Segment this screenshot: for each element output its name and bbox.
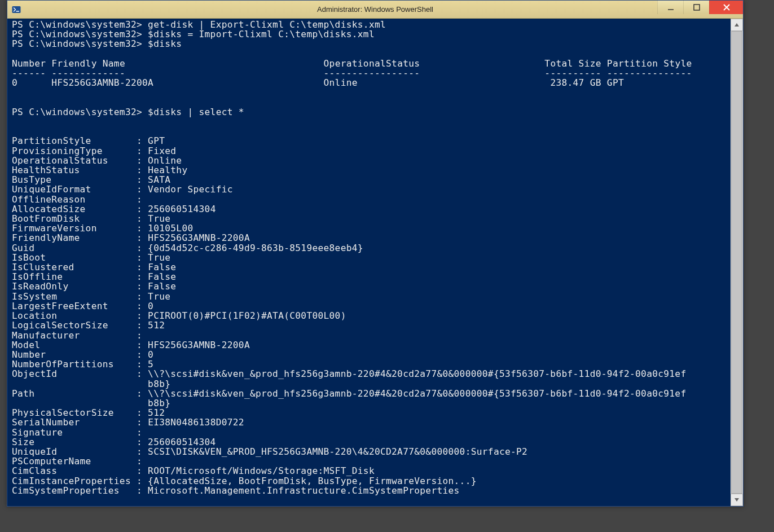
- property-line: CimClass : ROOT/Microsoft/Windows/Storag…: [12, 465, 375, 476]
- prompt-line: PS C:\windows\system32> $disks: [12, 38, 182, 49]
- svg-rect-2: [694, 5, 700, 10]
- property-line: BusType : SATA: [12, 174, 170, 185]
- property-line: Size : 256060514304: [12, 437, 216, 447]
- property-line: Location : PCIROOT(0)#PCI(1F02)#ATA(C00T…: [12, 310, 346, 321]
- property-line: IsReadOnly : False: [12, 281, 176, 292]
- prompt-line: PS C:\windows\system32> $disks = Import-…: [12, 29, 375, 39]
- table-dashes: ------ ------------- ----------------- -…: [12, 68, 692, 78]
- vertical-scrollbar[interactable]: [731, 19, 743, 506]
- powershell-icon: [7, 1, 25, 19]
- property-line: Number : 0: [12, 349, 153, 360]
- property-line: FirmwareVersion : 10105L00: [12, 223, 193, 234]
- property-line-continuation: b8b}: [12, 398, 170, 408]
- table-row: 0 HFS256G3AMNB-2200A Online 238.47 GB GP…: [12, 77, 624, 88]
- property-line: ProvisioningType : Fixed: [12, 146, 176, 156]
- property-line: CimInstanceProperties : {AllocatedSize, …: [12, 476, 477, 486]
- scroll-up-button[interactable]: [731, 19, 743, 31]
- prompt-line: PS C:\windows\system32> get-disk | Expor…: [12, 19, 386, 30]
- window-controls: [657, 1, 743, 18]
- property-line: SerialNumber : EI38N0486138D0722: [12, 417, 244, 428]
- property-line: IsSystem : True: [12, 291, 170, 302]
- property-line: IsBoot : True: [12, 252, 170, 263]
- titlebar[interactable]: Administrator: Windows PowerShell: [7, 1, 743, 19]
- scrollbar-track[interactable]: [731, 31, 743, 494]
- property-line: BootFromDisk : True: [12, 213, 170, 224]
- property-line: PhysicalSectorSize : 512: [12, 407, 165, 418]
- property-line: IsOffline : False: [12, 271, 176, 282]
- property-line: PartitionStyle : GPT: [12, 135, 165, 146]
- maximize-button[interactable]: [683, 1, 709, 14]
- property-line: Manufacturer :: [12, 330, 142, 341]
- property-line: PSComputerName :: [12, 456, 142, 467]
- window-title: Administrator: Windows PowerShell: [317, 5, 433, 14]
- property-line: CimSystemProperties : Microsoft.Manageme…: [12, 485, 460, 496]
- svg-rect-0: [12, 6, 21, 13]
- powershell-window: Administrator: Windows PowerShell PS C:\…: [7, 0, 744, 507]
- property-line: OfflineReason :: [12, 194, 142, 205]
- property-line: AllocatedSize : 256060514304: [12, 204, 216, 214]
- property-line: NumberOfPartitions : 5: [12, 359, 153, 370]
- property-line: Model : HFS256G3AMNB-2200A: [12, 340, 250, 350]
- property-line: LargestFreeExtent : 0: [12, 301, 153, 311]
- property-line: UniqueIdFormat : Vendor Specific: [12, 184, 233, 195]
- scroll-down-button[interactable]: [731, 494, 743, 506]
- property-line: FriendlyName : HFS256G3AMNB-2200A: [12, 232, 250, 243]
- minimize-button[interactable]: [657, 1, 683, 14]
- property-line: LogicalSectorSize : 512: [12, 320, 165, 331]
- property-line: HealthStatus : Healthy: [12, 165, 187, 175]
- scrollbar-thumb[interactable]: [731, 31, 742, 494]
- prompt-line: PS C:\windows\system32> $disks | select …: [12, 107, 244, 117]
- property-line: Signature :: [12, 427, 142, 438]
- property-line: Path : \\?\scsi#disk&ven_&prod_hfs256g3a…: [12, 388, 686, 399]
- console-area: PS C:\windows\system32> get-disk | Expor…: [7, 19, 743, 506]
- property-line: IsClustered : False: [12, 262, 176, 272]
- close-button[interactable]: [709, 1, 743, 14]
- property-line-continuation: b8b}: [12, 379, 170, 389]
- property-line: Guid : {0d54d52c-c286-49d9-863b-8519eee8…: [12, 243, 363, 253]
- property-line: UniqueId : SCSI\DISK&VEN_&PROD_HFS256G3A…: [12, 446, 527, 457]
- console-output[interactable]: PS C:\windows\system32> get-disk | Expor…: [7, 19, 731, 506]
- table-header: Number Friendly Name OperationalStatus T…: [12, 58, 692, 69]
- property-line: ObjectId : \\?\scsi#disk&ven_&prod_hfs25…: [12, 368, 686, 379]
- property-line: OperationalStatus : Online: [12, 155, 182, 166]
